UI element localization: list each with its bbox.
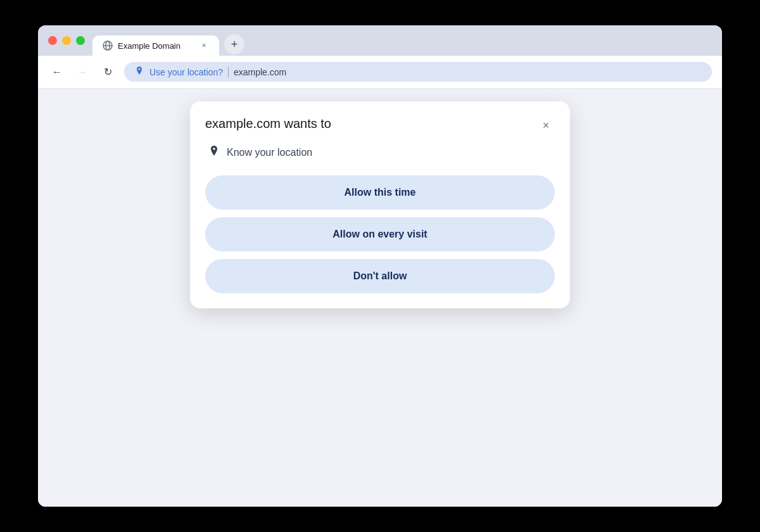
allow-once-button[interactable]: Allow this time [205,175,555,210]
tab-globe-icon [103,41,113,51]
active-tab[interactable]: Example Domain × [92,35,219,56]
content-area: example.com wants to × Know your locatio… [38,89,722,507]
tab-close-button[interactable]: × [199,41,209,51]
address-prompt-text: Use your location? [149,67,223,77]
tab-title: Example Domain [118,41,194,51]
location-icon [134,66,144,78]
address-separator [228,67,229,77]
popup-title: example.com wants to [205,117,331,131]
browser-window: Example Domain × + ← → ↻ Use your locati… [38,25,722,507]
allow-always-button[interactable]: Allow on every visit [205,217,555,251]
popup-close-button[interactable]: × [537,117,555,134]
permission-popup: example.com wants to × Know your locatio… [190,101,570,308]
address-bar[interactable]: Use your location? example.com [124,62,712,82]
tabs-area: Example Domain × + [92,34,712,56]
popup-header: example.com wants to × [205,117,555,134]
address-url-text: example.com [234,67,286,77]
popup-subtitle: Know your location [205,144,555,160]
maximize-button[interactable] [76,36,85,45]
forward-arrow-icon: → [77,66,87,78]
popup-subtitle-text: Know your location [227,147,312,158]
minimize-button[interactable] [62,36,71,45]
deny-button[interactable]: Don't allow [205,259,555,293]
refresh-icon: ↻ [104,66,112,78]
traffic-lights [48,36,85,54]
back-arrow-icon: ← [52,66,62,78]
new-tab-button[interactable]: + [224,34,244,54]
pin-icon [208,144,220,160]
nav-bar: ← → ↻ Use your location? example.com [38,56,722,89]
back-button[interactable]: ← [48,63,66,81]
refresh-button[interactable]: ↻ [99,63,117,81]
title-bar: Example Domain × + [38,25,722,56]
close-button[interactable] [48,36,57,45]
forward-button[interactable]: → [73,63,91,81]
